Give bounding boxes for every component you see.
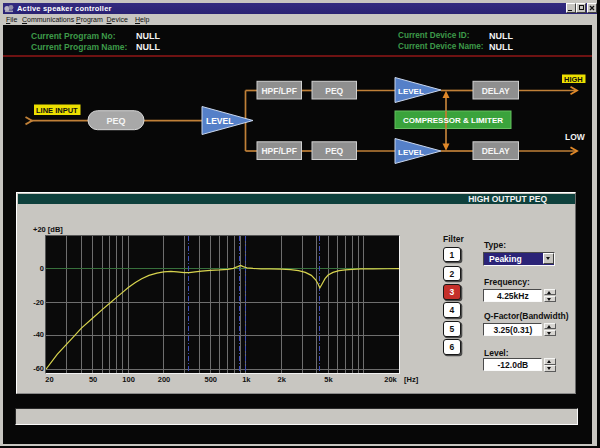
svg-text:LEVEL: LEVEL	[398, 87, 424, 96]
svg-text:PEQ: PEQ	[325, 146, 343, 156]
svg-text:DELAY: DELAY	[482, 86, 510, 96]
svg-text:HPF/LPF: HPF/LPF	[261, 86, 296, 96]
svg-text:LOW: LOW	[565, 132, 586, 142]
svg-text:LEVEL: LEVEL	[206, 116, 233, 126]
svg-text:HIGH: HIGH	[564, 75, 583, 84]
svg-text:HPF/LPF: HPF/LPF	[261, 146, 296, 156]
svg-text:LINE INPUT: LINE INPUT	[36, 106, 78, 115]
svg-text:LEVEL: LEVEL	[398, 148, 424, 157]
svg-text:PEQ: PEQ	[325, 86, 343, 96]
svg-text:COMPRESSOR & LIMITER: COMPRESSOR & LIMITER	[403, 116, 503, 125]
svg-text:DELAY: DELAY	[482, 146, 510, 156]
svg-text:PEQ: PEQ	[106, 116, 125, 126]
